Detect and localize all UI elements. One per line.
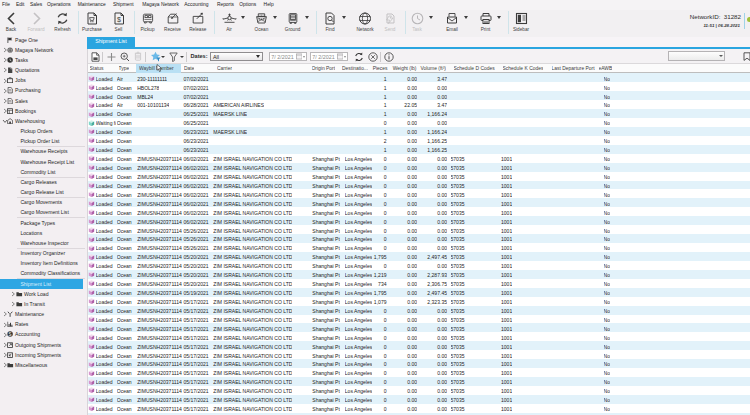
svg-text:$: $ (117, 15, 121, 22)
svg-text:S: S (9, 332, 12, 337)
